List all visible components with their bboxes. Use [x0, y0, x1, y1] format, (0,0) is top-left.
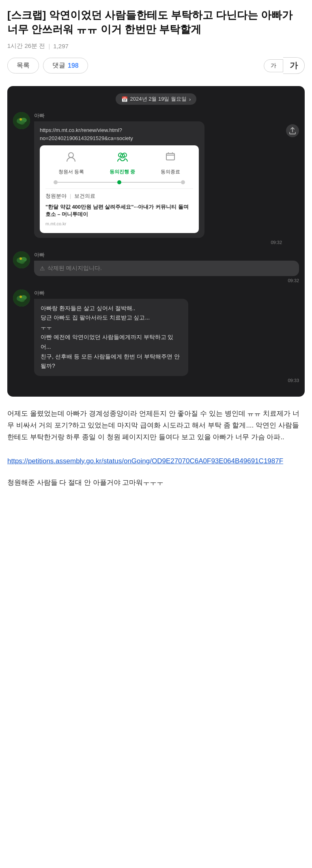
sender-name-3: 아빠	[34, 289, 299, 297]
deleted-text: 삭제된 메시지입니다.	[47, 265, 102, 272]
sender-name-1: 아빠	[34, 112, 282, 119]
chat-time-2: 09:32	[34, 278, 299, 283]
view-count: 1,297	[53, 43, 69, 50]
step-2-icon	[117, 151, 128, 166]
svg-rect-9	[166, 153, 174, 160]
chat-bubble-link: https://m.mt.co.kr/renew/view.html?no=20…	[34, 121, 204, 238]
svg-point-18	[19, 298, 25, 302]
category-label: 청원분야	[45, 192, 67, 200]
card-category: 청원분야 | 보건의료	[45, 192, 193, 200]
chat-date-header: 📅 2024년 2월 19일 월요일 ›	[13, 93, 299, 105]
article-title: [스크랩] 악연이었던 사람들한테도 부탁하고 다닌다는 아빠가 너무 안쓰러워…	[7, 8, 305, 37]
progress-dots	[45, 180, 193, 184]
dot-1	[54, 180, 58, 184]
sender-name-2: 아빠	[34, 251, 299, 259]
chevron-right-icon: ›	[189, 96, 191, 102]
avatar-dad-1	[13, 112, 30, 129]
avatar-dad-2	[13, 251, 30, 268]
dot-3	[181, 180, 185, 184]
svg-point-5	[69, 153, 73, 158]
comment-button[interactable]: 댓글 198	[43, 58, 88, 73]
category-value: 보건의료	[74, 192, 95, 200]
chat-time-3: 09:33	[34, 378, 299, 383]
step-1-label: 청원서 등록	[58, 168, 84, 175]
svg-point-13	[19, 260, 25, 264]
step-3: 동의종료	[161, 151, 180, 175]
step-3-label: 동의종료	[161, 168, 180, 175]
chat-date-pill: 📅 2024년 2월 19일 월요일 ›	[116, 93, 197, 105]
link-card: 청원서 등록	[40, 145, 199, 233]
dot-line-2	[121, 182, 181, 183]
font-small-button[interactable]: 가	[264, 59, 283, 72]
font-large-button[interactable]: 가	[283, 57, 305, 74]
calendar-icon: 📅	[121, 96, 128, 102]
svg-point-19	[19, 296, 22, 298]
step-3-icon	[165, 151, 176, 166]
category-separator: |	[70, 192, 71, 200]
chat-message-link: 아빠 https://m.mt.co.kr/renew/view.html?no…	[13, 112, 299, 244]
share-button[interactable]	[286, 124, 299, 137]
chat-screenshot: 📅 2024년 2월 19일 월요일 › 아빠 https:	[7, 86, 305, 397]
closing-text: 청원해준 사람들 다 절대 안 아플거야 고마워ㅜㅜㅜ	[7, 477, 305, 489]
list-button[interactable]: 목록	[7, 58, 39, 73]
toolbar: 목록 댓글 198 가 가	[7, 57, 305, 74]
step-1: 청원서 등록	[58, 151, 84, 175]
article-body: 어제도 올렸었는데 아빠가 경계성종양이라 언제든지 안 좋아질 수 있는 병인…	[7, 408, 305, 443]
step-1-icon	[65, 151, 77, 166]
deleted-message-bubble: ⚠ 삭제된 메시지입니다.	[34, 261, 299, 276]
card-source: m.mt.co.kr	[45, 220, 193, 227]
petition-link[interactable]: https://petitions.assembly.go.kr/status/…	[7, 456, 305, 466]
step-2-label: 동의진행 중	[110, 168, 135, 175]
meta-separator: |	[48, 43, 50, 50]
chat-message-main: 아빠 아빠랑 환자들은 살고 싶어서 절박해.. 당근 아빠도 집 팔아서라도 …	[13, 289, 299, 383]
svg-point-4	[19, 118, 22, 121]
svg-point-14	[19, 257, 22, 260]
progress-steps: 청원서 등록	[45, 151, 193, 175]
chat-message-deleted: 아빠 ⚠ 삭제된 메시지입니다. 09:32	[13, 251, 299, 283]
comment-count: 198	[68, 62, 79, 69]
chat-date-text: 2024년 2월 19일 월요일	[130, 95, 187, 103]
chat-time-1: 09:32	[34, 240, 282, 245]
link-url: https://m.mt.co.kr/renew/view.html?no=20…	[40, 126, 199, 142]
time-ago: 1시간 26분 전	[7, 42, 45, 50]
font-size-controls: 가 가	[264, 57, 305, 74]
chat-content-link: 아빠 https://m.mt.co.kr/renew/view.html?no…	[34, 112, 282, 244]
svg-point-3	[19, 121, 25, 125]
card-headline: "한달 약값 400만원 남편 살려주세요"···아내가 커뮤니티 돌며 호소 …	[45, 203, 193, 218]
avatar-dad-3	[13, 289, 30, 307]
dot-2	[117, 180, 121, 184]
card-divider	[45, 188, 193, 189]
warning-icon: ⚠	[40, 265, 45, 272]
chat-main-bubble: 아빠랑 환자들은 살고 싶어서 절박해.. 당근 아빠도 집 팔아서라도 치료받…	[34, 299, 188, 376]
article-meta: 1시간 26분 전 | 1,297	[7, 42, 305, 50]
chat-content-deleted: 아빠 ⚠ 삭제된 메시지입니다. 09:32	[34, 251, 299, 283]
dot-line-1	[58, 182, 117, 183]
chat-content-main: 아빠 아빠랑 환자들은 살고 싶어서 절박해.. 당근 아빠도 집 팔아서라도 …	[34, 289, 299, 383]
step-2: 동의진행 중	[110, 151, 135, 175]
